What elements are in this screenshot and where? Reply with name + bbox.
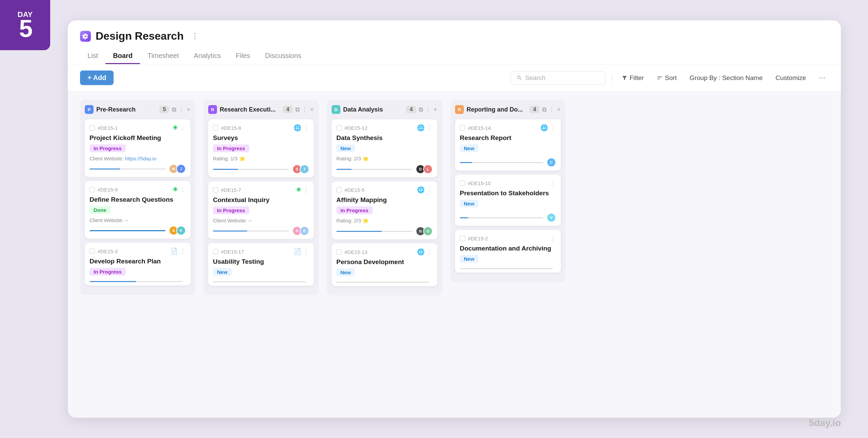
- avatar: O: [423, 226, 433, 236]
- tab-files[interactable]: Files: [229, 48, 258, 64]
- card-top-row: #DE15-3 📄 ⋮: [90, 247, 186, 255]
- col-copy-icon[interactable]: ⧉: [542, 106, 547, 113]
- card-checkbox[interactable]: [460, 236, 465, 241]
- card-id: #DE15-7: [221, 187, 241, 193]
- card-checkbox[interactable]: [90, 125, 95, 131]
- more-options-button[interactable]: ⋯: [815, 72, 829, 84]
- card-header: Design Research ⋮ List Board Timesheet A…: [68, 20, 841, 64]
- col-add-icon[interactable]: +: [186, 106, 191, 114]
- card-checkbox[interactable]: [213, 187, 218, 193]
- card-top-row: #DE15-7 ✳ ⋮: [213, 186, 309, 194]
- col-copy-icon[interactable]: ⧉: [419, 106, 423, 113]
- task-card-#DE15-8[interactable]: #DE15-8 🌐 ⋮ Surveys In Progress Rating: …: [208, 119, 314, 177]
- task-card-#DE15-2[interactable]: #DE15-2 ⋮ Documentation and Archiving Ne…: [455, 230, 561, 273]
- col-header: D Data Analysis 4 ⧉ ⋮ +: [332, 105, 437, 114]
- card-menu-icon[interactable]: ⋮: [550, 235, 556, 242]
- card-menu-icon[interactable]: ⋮: [427, 186, 433, 194]
- customize-button[interactable]: Customize: [772, 72, 809, 84]
- card-checkbox[interactable]: [213, 125, 218, 131]
- card-checkbox[interactable]: [90, 248, 95, 254]
- progress-bar: [336, 231, 382, 232]
- search-icon: [516, 75, 522, 81]
- col-copy-icon[interactable]: ⧉: [172, 106, 176, 113]
- priority-icon: ✳: [173, 124, 178, 132]
- card-checkbox[interactable]: [460, 180, 465, 186]
- card-menu-icon[interactable]: ⋮: [180, 247, 186, 255]
- priority-icon: 🌐: [294, 124, 301, 132]
- tab-analytics[interactable]: Analytics: [186, 48, 229, 64]
- col-more-icon[interactable]: ⋮: [425, 106, 431, 113]
- search-placeholder: Search: [525, 74, 546, 82]
- col-more-icon[interactable]: ⋮: [178, 106, 184, 113]
- col-add-icon[interactable]: +: [557, 106, 561, 114]
- col-more-icon[interactable]: ⋮: [302, 106, 308, 113]
- card-progress: [213, 169, 289, 170]
- card-menu-icon[interactable]: ⋮: [180, 124, 186, 132]
- card-title: Documentation and Archiving: [460, 245, 556, 252]
- card-meta: Client Website: --: [213, 218, 309, 223]
- card-menu-icon[interactable]: ⋮: [303, 124, 309, 132]
- card-footer: [213, 281, 309, 282]
- project-more-button[interactable]: ⋮: [189, 31, 201, 42]
- card-progress: [460, 162, 543, 163]
- col-add-icon[interactable]: +: [310, 106, 314, 114]
- task-card-#DE15-9[interactable]: #DE15-9 ✳ ⋮ Define Research Questions Do…: [85, 181, 191, 239]
- tab-board[interactable]: Board: [105, 48, 140, 64]
- card-meta: Client Website: https://5day.io: [90, 156, 186, 161]
- tab-timesheet[interactable]: Timesheet: [140, 48, 186, 64]
- card-checkbox[interactable]: [336, 249, 342, 255]
- task-card-#DE15-7[interactable]: #DE15-7 ✳ ⋮ Contextual Inquiry In Progre…: [208, 181, 314, 239]
- card-id: #DE15-2: [468, 236, 488, 241]
- card-checkbox[interactable]: [213, 249, 218, 254]
- task-card-#DE15-3[interactable]: #DE15-3 📄 ⋮ Develop Research Plan In Pro…: [85, 243, 191, 285]
- search-box[interactable]: Search: [511, 71, 606, 85]
- card-title: Project Kickoff Meeting: [90, 134, 186, 142]
- col-header: R Research Executi... 4 ⧉ ⋮ +: [208, 105, 314, 114]
- task-card-#DE15-13[interactable]: #DE15-13 🌐 ⋮ Persona Development New: [332, 243, 437, 286]
- task-card-#DE15-5[interactable]: #DE15-5 🌐 ⋮ Affinity Mapping In Progress…: [332, 181, 437, 239]
- gear-icon: [80, 31, 91, 42]
- card-top-row: #DE15-17 📄 ⋮: [213, 248, 309, 255]
- card-title: Data Synthesis: [336, 134, 433, 142]
- card-id: #DE15-8: [221, 125, 241, 131]
- progress-bar: [336, 169, 352, 170]
- card-checkbox[interactable]: [336, 125, 342, 131]
- board-area: P Pre-Research 5 ⧉ ⋮ + #DE15-1 ✳ ⋮ Proje…: [68, 92, 841, 418]
- card-menu-icon[interactable]: ⋮: [427, 124, 433, 132]
- task-card-#DE15-17[interactable]: #DE15-17 📄 ⋮ Usability Testing New: [208, 243, 314, 286]
- task-card-#DE15-10[interactable]: #DE15-10 ⋮ Presentation to Stakeholders …: [455, 175, 561, 226]
- card-checkbox[interactable]: [90, 187, 95, 192]
- task-card-#DE15-14[interactable]: #DE15-14 🌐 ⋮ Research Report New C: [455, 119, 561, 171]
- card-menu-icon[interactable]: ⋮: [427, 248, 433, 256]
- tab-list[interactable]: List: [80, 48, 105, 64]
- progress-bar: [90, 230, 165, 231]
- task-card-#DE15-1[interactable]: #DE15-1 ✳ ⋮ Project Kickoff Meeting In P…: [85, 119, 191, 177]
- card-footer: V: [460, 213, 556, 222]
- card-menu-icon[interactable]: ⋮: [180, 186, 186, 193]
- col-add-icon[interactable]: +: [433, 106, 437, 114]
- card-top-row: #DE15-8 🌐 ⋮: [213, 124, 309, 132]
- card-menu-icon[interactable]: ⋮: [550, 179, 556, 187]
- col-actions: ⧉ ⋮ +: [172, 106, 191, 114]
- task-card-#DE15-12[interactable]: #DE15-12 🌐 ⋮ Data Synthesis New Rating: …: [332, 119, 437, 177]
- add-button[interactable]: + Add: [80, 71, 114, 85]
- card-checkbox[interactable]: [460, 125, 465, 131]
- card-menu-icon[interactable]: ⋮: [303, 186, 309, 194]
- card-right-icons: 🌐 ⋮: [417, 248, 433, 256]
- card-checkbox[interactable]: [336, 187, 342, 193]
- col-count: 4: [406, 106, 416, 113]
- card-progress: [90, 168, 165, 170]
- group-by-button[interactable]: Group By : Section Name: [686, 72, 766, 84]
- card-menu-icon[interactable]: ⋮: [303, 248, 309, 255]
- card-menu-icon[interactable]: ⋮: [550, 124, 556, 132]
- project-title: Design Research: [96, 30, 184, 42]
- status-badge: In Progress: [90, 144, 126, 152]
- tab-discussions[interactable]: Discussions: [258, 48, 309, 64]
- card-title: Usability Testing: [213, 258, 309, 265]
- col-more-icon[interactable]: ⋮: [549, 106, 555, 113]
- col-copy-icon[interactable]: ⧉: [295, 106, 300, 113]
- sort-button[interactable]: Sort: [653, 72, 680, 84]
- card-meta-link[interactable]: https://5day.io: [125, 156, 156, 161]
- card-right-icons: ⋮: [550, 235, 556, 242]
- filter-button[interactable]: Filter: [618, 72, 647, 84]
